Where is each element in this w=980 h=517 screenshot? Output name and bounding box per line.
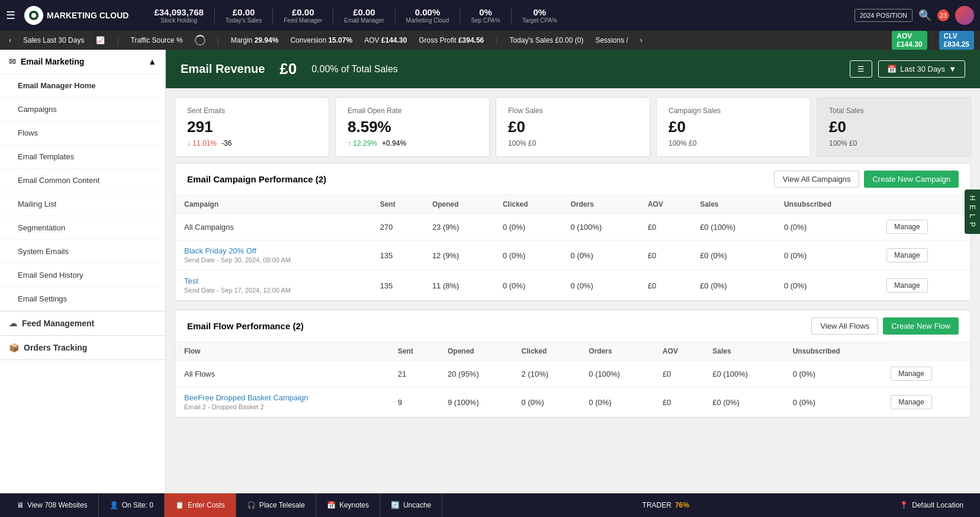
- stat-sent-change: ↓ 11.01% -36: [187, 139, 317, 147]
- campaign-test-manage: Manage: [878, 271, 971, 301]
- flow-all-sent: 21: [389, 361, 439, 387]
- stat-open-rate: Email Open Rate 8.59% ↑ 12.29% +0.94%: [335, 97, 490, 157]
- aov-badge: AOV£144.30: [892, 31, 927, 50]
- sidebar-item-campaigns[interactable]: Campaigns: [0, 98, 165, 121]
- notification-badge[interactable]: 23: [937, 9, 949, 21]
- campaign-bf-clicked: 0 (0%): [494, 240, 562, 271]
- uncache-item[interactable]: 🔄 Uncache: [380, 493, 442, 517]
- flow-all-sales: £0 (100%): [703, 361, 783, 387]
- stat-camp-title: Campaign Sales: [669, 107, 798, 115]
- flow-col-clicked: Clicked: [513, 342, 580, 361]
- date-range-button[interactable]: 📅 Last 30 Days ▼: [878, 60, 965, 78]
- flow-beefree-sent: 9: [389, 387, 439, 418]
- gross-profit-label: Gross Profit £394.56: [419, 36, 484, 44]
- user-avatar[interactable]: [955, 6, 974, 25]
- stat-total-value: £0: [829, 118, 959, 136]
- trader-value: 76%: [675, 501, 689, 509]
- email-header-menu-button[interactable]: ☰: [850, 60, 872, 78]
- view-websites-item[interactable]: 🖥 View 708 Websites: [6, 493, 99, 517]
- flow-beefree-link[interactable]: BeeFree Dropped Basket Campaign: [184, 393, 309, 402]
- feed-management-header[interactable]: ☁ Feed Management: [0, 312, 165, 335]
- logo-text: MARKETING CLOUD: [47, 11, 128, 20]
- campaign-table: Campaign Sent Opened Clicked Orders AOV …: [175, 195, 971, 300]
- col-aov: AOV: [639, 195, 691, 214]
- flow-all-manage: Manage: [882, 361, 971, 387]
- view-all-flows-button[interactable]: View All Flows: [811, 317, 878, 335]
- main-content: Email Revenue £0 0.00% of Total Sales ☰ …: [166, 50, 980, 493]
- on-site-item[interactable]: 👤 On Site: 0: [99, 493, 165, 517]
- sidebar-item-email-templates[interactable]: Email Templates: [0, 145, 165, 169]
- email-marketing-header[interactable]: ✉ Email Marketing ▲: [0, 50, 165, 74]
- clv-badge: CLV£834.25: [939, 31, 974, 50]
- nav-prev-arrow[interactable]: ‹: [6, 36, 14, 44]
- campaign-test-link[interactable]: Test: [184, 277, 198, 285]
- flow-all-unsub: 0 (0%): [784, 361, 882, 387]
- col-opened: Opened: [423, 195, 494, 214]
- hamburger-icon[interactable]: ☰: [6, 9, 15, 22]
- search-icon[interactable]: 🔍: [918, 9, 931, 22]
- flow-beefree: BeeFree Dropped Basket Campaign Email 2 …: [175, 387, 389, 418]
- flow-beefree-aov: £0: [654, 387, 703, 418]
- metric-email-value: £0.00: [353, 7, 375, 17]
- manage-button[interactable]: Manage: [886, 248, 927, 262]
- email-revenue-title: Email Revenue: [181, 62, 265, 76]
- email-marketing-label: Email Marketing: [21, 57, 84, 66]
- campaign-test-sent: 135: [371, 271, 423, 301]
- location-item[interactable]: 📍 Default Location: [889, 493, 974, 517]
- nav-separator2: |: [217, 36, 219, 44]
- aov-label: AOV £144.30: [364, 36, 407, 44]
- campaign-bf-sub: Send Date - Sep 30, 2024, 08:00 AM: [184, 256, 291, 264]
- view-all-campaigns-button[interactable]: View All Campaigns: [774, 171, 860, 188]
- campaign-all-sales: £0 (100%): [691, 214, 775, 240]
- flow-col-sent: Sent: [389, 342, 439, 361]
- down-arrow-icon: ↓ 11.01%: [187, 139, 217, 147]
- help-sidebar[interactable]: H E L P: [965, 190, 980, 234]
- stats-row: Sent Emails 291 ↓ 11.01% -36 Email Open …: [166, 88, 980, 163]
- position-badge[interactable]: 2024 POSITION: [854, 9, 912, 22]
- campaign-bf-link[interactable]: Black Friday 20% Off: [184, 246, 256, 255]
- create-campaign-button[interactable]: Create New Campaign: [864, 171, 959, 188]
- flow-table-title: Email Flow Performance (2): [187, 321, 304, 331]
- margin-label: Margin 29.94%: [231, 36, 279, 44]
- sidebar-item-email-common-content[interactable]: Email Common Content: [0, 169, 165, 192]
- campaign-all: All Campaigns: [175, 214, 371, 240]
- enter-costs-item[interactable]: 📋 Enter Costs: [165, 493, 236, 517]
- sessions-label: Sessions /: [595, 36, 628, 44]
- campaign-all-manage: Manage: [878, 214, 971, 240]
- telesale-item[interactable]: 🎧 Place Telesale: [236, 493, 316, 517]
- chevron-down-icon: ▼: [949, 65, 956, 73]
- col-campaign: Campaign: [175, 195, 371, 214]
- stat-flow-title: Flow Sales: [508, 107, 638, 115]
- campaign-bf-manage: Manage: [878, 240, 971, 271]
- email-header-left: Email Revenue £0 0.00% of Total Sales: [181, 60, 398, 78]
- create-flow-button[interactable]: Create New Flow: [883, 317, 959, 335]
- sidebar-item-mailing-list[interactable]: Mailing List: [0, 192, 165, 216]
- manage-button[interactable]: Manage: [891, 395, 931, 409]
- keynotes-item[interactable]: 📅 Keynotes: [316, 493, 380, 517]
- table-row: All Campaigns 270 23 (9%) 0 (0%) 0 (100%…: [175, 214, 971, 240]
- orders-tracking-header[interactable]: 📦 Orders Tracking: [0, 336, 165, 359]
- campaign-table-header: Email Campaign Performance (2) View All …: [175, 163, 971, 195]
- campaign-bf: Black Friday 20% Off Send Date - Sep 30,…: [175, 240, 371, 271]
- monitor-icon: 🖥: [17, 501, 24, 509]
- manage-button[interactable]: Manage: [886, 220, 927, 234]
- manage-button[interactable]: Manage: [886, 278, 927, 293]
- metric-target-cpa-value: 0%: [533, 7, 546, 17]
- feed-management-section: ☁ Feed Management: [0, 312, 165, 336]
- metric-cloud-value: 0.00%: [415, 7, 441, 17]
- metric-target-cpa: 0% Target CPA%: [512, 7, 568, 24]
- manage-button[interactable]: Manage: [891, 367, 931, 381]
- sidebar-item-system-emails[interactable]: System Emails: [0, 240, 165, 264]
- sidebar-item-email-send-history[interactable]: Email Send History: [0, 264, 165, 287]
- nav-arrow-right-inner[interactable]: ›: [640, 36, 642, 44]
- stat-sent-delta: -36: [221, 139, 232, 147]
- keynotes-label: Keynotes: [339, 501, 369, 509]
- sidebar-item-email-settings[interactable]: Email Settings: [0, 287, 165, 311]
- sidebar-item-segmentation[interactable]: Segmentation: [0, 216, 165, 240]
- campaign-bf-sales: £0 (0%): [691, 240, 775, 271]
- sidebar-item-email-manager-home[interactable]: Email Manager Home: [0, 74, 165, 98]
- sidebar-item-flows[interactable]: Flows: [0, 121, 165, 145]
- person-icon: 👤: [110, 501, 118, 509]
- flow-all: All Flows: [175, 361, 389, 387]
- email-header-right: ☰ 📅 Last 30 Days ▼: [850, 60, 965, 78]
